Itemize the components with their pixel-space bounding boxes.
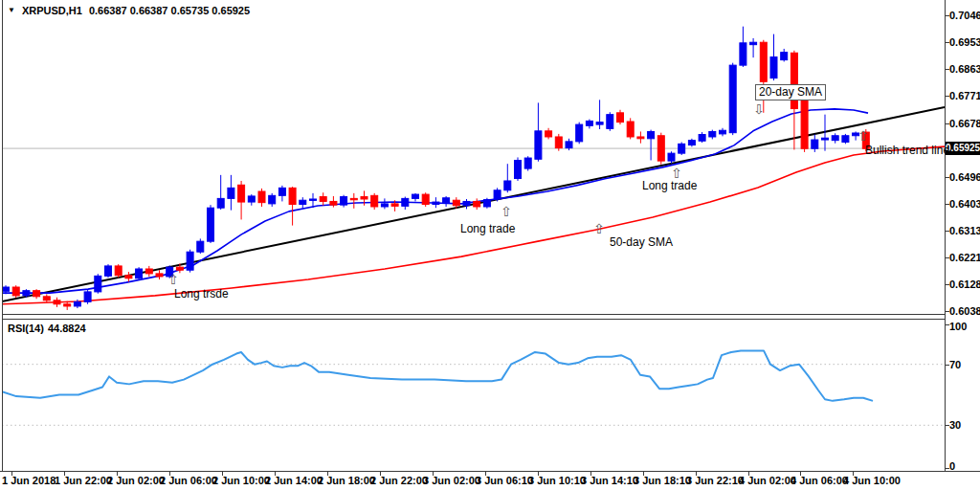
up-arrow-icon[interactable]: ⇧ <box>593 222 605 235</box>
down-arrow-icon[interactable]: ⇩ <box>753 102 765 116</box>
bear-candle <box>801 93 808 152</box>
up-arrow-icon[interactable]: ⇧ <box>501 205 512 218</box>
time-axis-tick <box>169 472 170 476</box>
symbol-dropdown-icon[interactable]: ▼ <box>8 7 15 14</box>
time-axis-tick <box>643 472 644 476</box>
price-axis-label: 0.60385 <box>949 305 980 317</box>
price-axis-label: 0.67710 <box>949 90 980 101</box>
time-axis-tick <box>590 472 591 476</box>
up-arrow-icon[interactable]: ⇧ <box>858 129 869 143</box>
bull-candle <box>248 194 255 206</box>
time-axis-label: 2 Jun 06:00 <box>160 475 217 486</box>
bull-candle <box>463 199 470 209</box>
bull-candle <box>197 238 204 254</box>
current-price-tag: 0.65925 <box>946 142 980 155</box>
bull-candle <box>668 151 675 163</box>
bear-candle <box>156 270 163 279</box>
time-axis-label: 2 Jun 10:00 <box>212 475 270 486</box>
bear-candle <box>627 118 634 139</box>
bull-candle <box>576 122 583 145</box>
bull-candle <box>105 264 112 278</box>
time-axis-label: 3 Jun 18:10 <box>634 475 691 486</box>
bear-candle <box>43 294 50 302</box>
price-axis-label: 0.64960 <box>949 171 980 183</box>
time-axis-label: 3 Jun 02:00 <box>423 475 480 486</box>
bull-candle <box>278 186 285 202</box>
bull-candle <box>95 274 101 294</box>
time-axis-label: 1 Jun 22:00 <box>55 475 112 486</box>
bull-candle <box>535 102 542 161</box>
rsi-axis-label: 100 <box>949 321 967 332</box>
price-axis-tick <box>946 15 949 16</box>
bull-candle <box>729 63 736 135</box>
bear-candle <box>474 198 480 210</box>
rsi-axis-label: 70 <box>949 359 961 370</box>
price-axis-tick <box>946 311 949 312</box>
annotation-label[interactable]: Long trsde <box>174 287 229 301</box>
sma20-line[interactable] <box>2 109 868 293</box>
mt4-chart-window: ▼ XRPUSD,H1 0.66387 0.66387 0.65735 0.65… <box>0 0 980 490</box>
rsi-chart-canvas[interactable] <box>2 319 945 471</box>
time-axis-tick <box>748 472 749 476</box>
bear-candle <box>637 131 644 143</box>
time-axis-label: 2 Jun 14:00 <box>265 475 323 486</box>
time-axis-label: 4 Jun 02:00 <box>739 475 796 486</box>
bear-candle <box>258 189 265 207</box>
bear-candle <box>350 193 357 209</box>
time-axis-label: 3 Jun 14:10 <box>581 475 638 486</box>
price-axis-tick <box>946 42 949 43</box>
time-axis-label: 4 Jun 06:00 <box>791 475 848 486</box>
bull-candle <box>679 142 685 154</box>
annotation-label[interactable]: Bullish trend line <box>865 144 949 157</box>
annotation-label[interactable]: Long trade <box>460 222 515 235</box>
rsi-panel-top-border[interactable] <box>2 319 946 320</box>
bull-candle <box>524 156 531 170</box>
bull-candle <box>341 195 347 208</box>
time-axis-tick <box>380 472 381 476</box>
rsi-indicator-name: RSI(14) <box>8 323 44 334</box>
up-arrow-icon[interactable]: ⇧ <box>167 273 179 286</box>
bull-candle <box>648 130 655 161</box>
time-axis-label: 2 Jun 02:00 <box>107 475 165 486</box>
rsi-line[interactable] <box>2 350 873 400</box>
time-axis-tick <box>327 472 328 476</box>
bull-candle <box>433 197 439 208</box>
price-axis-tick <box>946 69 949 70</box>
bear-candle <box>12 285 19 298</box>
price-chart-canvas[interactable] <box>2 0 945 316</box>
rsi-axis-tick <box>946 468 949 469</box>
bull-candle <box>832 133 838 143</box>
main-panel-bottom-border <box>2 314 946 315</box>
time-axis-tick <box>117 472 118 476</box>
bull-candle <box>699 132 705 143</box>
price-axis-label: 0.62210 <box>949 252 980 263</box>
price-axis-tick <box>946 123 949 124</box>
bull-candle <box>740 27 746 67</box>
annotation-label[interactable]: 20-day SMA <box>755 84 826 100</box>
bull-candle <box>607 112 613 131</box>
price-axis-line <box>945 0 946 472</box>
price-axis-tick <box>946 257 949 258</box>
price-axis-tick <box>946 177 949 178</box>
bull-candle <box>781 49 788 61</box>
bull-candle <box>300 197 306 209</box>
chart-left-border <box>2 0 3 471</box>
bear-candle <box>422 192 429 207</box>
annotation-label[interactable]: Long trade <box>642 179 697 192</box>
annotation-label[interactable]: 50-day SMA <box>610 235 673 249</box>
time-axis-tick <box>800 472 801 476</box>
bear-candle <box>555 134 562 151</box>
bull-candle <box>228 175 234 211</box>
up-arrow-icon[interactable]: ⇧ <box>671 167 682 180</box>
bull-candle <box>770 34 777 80</box>
bear-candle <box>145 266 152 277</box>
price-axis-label: 0.70460 <box>949 10 980 21</box>
rsi-axis-tick <box>946 324 949 325</box>
rsi-axis-tick <box>946 425 949 426</box>
price-axis-tick <box>946 231 949 232</box>
bull-candle <box>208 205 214 243</box>
bull-candle <box>269 193 276 207</box>
time-axis-label: 2 Jun 18:00 <box>318 475 375 486</box>
bull-candle <box>217 175 224 210</box>
time-axis-tick <box>485 472 486 476</box>
